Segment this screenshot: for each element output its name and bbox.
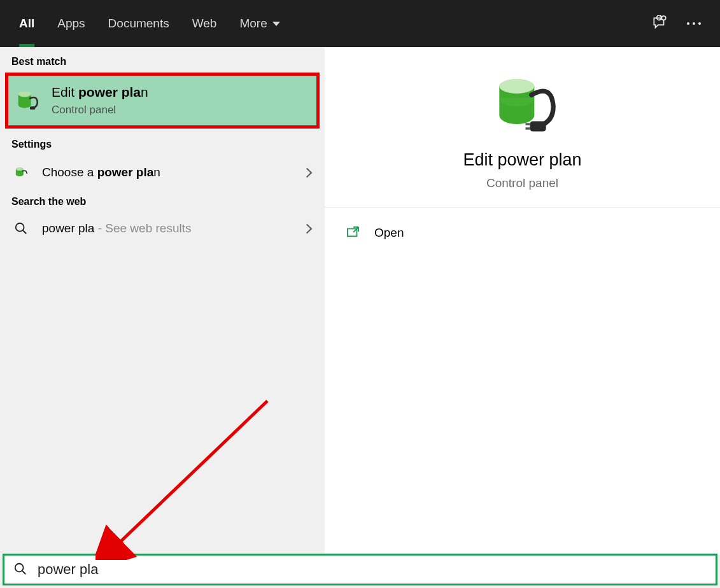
svg-point-18 (15, 563, 24, 571)
svg-point-0 (661, 16, 666, 20)
best-match-title-bold: power pla (78, 85, 141, 99)
open-label: Open (374, 226, 404, 240)
detail-hero: Edit power plan Control panel (325, 47, 720, 207)
detail-subtitle: Control panel (486, 176, 558, 190)
filter-tabs: All Apps Documents Web More (8, 0, 292, 47)
chevron-right-icon (302, 167, 313, 178)
more-icon[interactable] (686, 21, 702, 26)
web-row-label: power pla - See web results (42, 221, 293, 235)
svg-point-4 (698, 22, 701, 25)
search-icon (13, 562, 27, 578)
search-icon (10, 221, 32, 235)
power-options-icon (10, 164, 32, 181)
open-action[interactable]: Open (346, 221, 698, 244)
section-web: Search the web (0, 190, 325, 213)
settings-choose-power-plan[interactable]: Choose a power plan (0, 155, 325, 190)
settings-row-post: n (153, 165, 160, 179)
search-input[interactable]: power pla (3, 554, 717, 585)
svg-point-6 (18, 92, 31, 97)
web-row-query: power pla (42, 221, 94, 235)
svg-point-10 (16, 223, 24, 232)
tab-more[interactable]: More (228, 0, 291, 47)
svg-line-19 (22, 570, 26, 574)
svg-point-13 (499, 79, 534, 94)
tab-documents[interactable]: Documents (97, 0, 181, 47)
chevron-down-icon (272, 22, 280, 26)
settings-row-bold: power pla (97, 165, 154, 179)
feedback-icon[interactable] (651, 15, 668, 32)
best-match-subtitle: Control panel (52, 104, 148, 116)
web-result-row[interactable]: power pla - See web results (0, 213, 325, 244)
results-pane: Best match Edit power plan Control panel… (0, 47, 325, 555)
power-plan-icon (12, 88, 41, 113)
power-plan-icon-large (488, 69, 558, 139)
detail-title: Edit power plan (463, 150, 581, 170)
svg-point-3 (693, 22, 695, 25)
svg-point-2 (687, 22, 689, 25)
web-row-suffix: - See web results (94, 221, 191, 235)
tab-apps[interactable]: Apps (46, 0, 96, 47)
settings-row-label: Choose a power plan (42, 165, 293, 179)
tab-more-label: More (239, 17, 267, 31)
tab-all[interactable]: All (8, 0, 46, 47)
best-match-title-pre: Edit (52, 85, 78, 99)
best-match-title-post: n (141, 85, 148, 99)
tab-web[interactable]: Web (181, 0, 229, 47)
detail-actions: Open (325, 207, 720, 258)
detail-pane: Edit power plan Control panel Open (325, 47, 720, 555)
chevron-right-icon (302, 223, 313, 234)
open-icon (346, 225, 360, 240)
best-match-text: Edit power plan Control panel (52, 85, 148, 116)
search-value: power pla (38, 561, 98, 578)
settings-row-pre: Choose a (42, 165, 97, 179)
best-match-item[interactable]: Edit power plan Control panel (5, 73, 320, 129)
svg-rect-7 (30, 106, 35, 109)
svg-rect-14 (530, 122, 546, 132)
section-best-match: Best match (0, 50, 325, 73)
search-filter-bar: All Apps Documents Web More (0, 0, 720, 47)
svg-point-9 (16, 167, 24, 171)
topbar-right (651, 15, 715, 32)
svg-line-11 (23, 230, 27, 234)
section-settings: Settings (0, 132, 325, 155)
